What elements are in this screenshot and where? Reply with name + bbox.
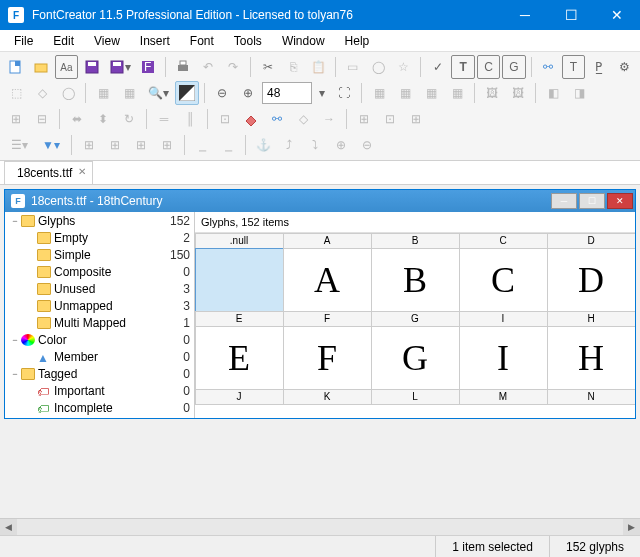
glyph-cell[interactable]: D xyxy=(547,248,636,312)
text-tool[interactable]: T xyxy=(562,55,585,79)
menu-tools[interactable]: Tools xyxy=(224,32,272,50)
merge-tool[interactable]: ⊕ xyxy=(329,133,353,157)
misc6[interactable]: ⊞ xyxy=(404,107,428,131)
contrast-tool[interactable] xyxy=(175,81,199,105)
tree-node[interactable]: Unused3 xyxy=(5,280,194,297)
tree-node[interactable]: Multi Mapped1 xyxy=(5,314,194,331)
align1[interactable]: ⊞ xyxy=(4,107,28,131)
tree-node[interactable]: 🏷Completed0 xyxy=(5,416,194,418)
path1[interactable]: ═ xyxy=(152,107,176,131)
scroll-right-icon[interactable]: ▶ xyxy=(623,519,640,535)
scroll-track[interactable] xyxy=(17,519,623,535)
tree-node[interactable]: ▲Member0 xyxy=(5,348,194,365)
tool-star[interactable]: ☆ xyxy=(392,55,415,79)
menu-file[interactable]: File xyxy=(4,32,43,50)
tool-rect[interactable]: ▭ xyxy=(341,55,364,79)
tree-node[interactable]: −Color0 xyxy=(5,331,194,348)
child-maximize[interactable]: ☐ xyxy=(579,193,605,209)
transform1[interactable]: ⬌ xyxy=(65,107,89,131)
undo-button[interactable]: ↶ xyxy=(196,55,219,79)
export-button[interactable]: F xyxy=(137,55,160,79)
tool-circle[interactable]: ◯ xyxy=(366,55,389,79)
color-tool2[interactable]: ◨ xyxy=(567,81,591,105)
glyph-cell[interactable]: C xyxy=(459,248,548,312)
misc3[interactable]: → xyxy=(317,107,341,131)
select-poly[interactable]: ◇ xyxy=(30,81,54,105)
menu-view[interactable]: View xyxy=(84,32,130,50)
tree-node[interactable]: 🏷Important0 xyxy=(5,382,194,399)
paste-button[interactable]: 📋 xyxy=(307,55,330,79)
chain-tool[interactable]: ⚯ xyxy=(265,107,289,131)
link-button[interactable]: ⚯ xyxy=(537,55,560,79)
tree-node[interactable]: Composite0 xyxy=(5,263,194,280)
transform3[interactable]: ↻ xyxy=(117,107,141,131)
color-tool[interactable]: ◧ xyxy=(541,81,565,105)
maximize-button[interactable]: ☐ xyxy=(548,0,594,30)
zoom-out[interactable]: ⊖ xyxy=(210,81,234,105)
zoom-tool[interactable]: 🔍▾ xyxy=(143,81,173,105)
glyph-cell[interactable]: G xyxy=(371,326,460,390)
layer2[interactable]: ▦ xyxy=(117,81,141,105)
glyph-cell[interactable]: I xyxy=(459,326,548,390)
image-tool[interactable]: 🖼 xyxy=(480,81,504,105)
tree-node[interactable]: 🏷Incomplete0 xyxy=(5,399,194,416)
list-tool[interactable]: ☰▾ xyxy=(4,133,34,157)
align2[interactable]: ⊟ xyxy=(30,107,54,131)
save-as-button[interactable]: ▾ xyxy=(105,55,134,79)
menu-help[interactable]: Help xyxy=(335,32,380,50)
validate-button[interactable]: ✓ xyxy=(426,55,449,79)
new-button[interactable] xyxy=(4,55,27,79)
menu-font[interactable]: Font xyxy=(180,32,224,50)
glyph-cell[interactable]: H xyxy=(547,326,636,390)
zoom-input[interactable] xyxy=(262,82,312,104)
curve1[interactable]: ⤴ xyxy=(277,133,301,157)
tree-node[interactable]: −Tagged0 xyxy=(5,365,194,382)
glyph-cell[interactable]: A xyxy=(283,248,372,312)
test-c-button[interactable]: C xyxy=(477,55,500,79)
copy-button[interactable]: ⎘ xyxy=(281,55,304,79)
redo-button[interactable]: ↷ xyxy=(222,55,245,79)
hscrollbar[interactable]: ◀ ▶ xyxy=(0,518,640,535)
transform2[interactable]: ⬍ xyxy=(91,107,115,131)
misc4[interactable]: ⊞ xyxy=(352,107,376,131)
minimize-button[interactable]: ─ xyxy=(502,0,548,30)
glyph-cell[interactable]: F xyxy=(283,326,372,390)
filter-tool[interactable]: ▼▾ xyxy=(36,133,66,157)
test-t-button[interactable]: T xyxy=(451,55,474,79)
grid3[interactable]: ▦ xyxy=(419,81,443,105)
print-button[interactable] xyxy=(171,55,194,79)
tree-node[interactable]: Empty2 xyxy=(5,229,194,246)
open-button[interactable] xyxy=(29,55,52,79)
close-button[interactable]: ✕ xyxy=(594,0,640,30)
tree-node[interactable]: −Glyphs152 xyxy=(5,212,194,229)
curve2[interactable]: ⤵ xyxy=(303,133,327,157)
menu-edit[interactable]: Edit xyxy=(43,32,84,50)
child-close[interactable]: ✕ xyxy=(607,193,633,209)
misc2[interactable]: ◇ xyxy=(291,107,315,131)
glyph-cell[interactable] xyxy=(195,248,284,312)
select-rect[interactable]: ⬚ xyxy=(4,81,28,105)
glyph-cell[interactable]: E xyxy=(195,326,284,390)
zoom-in[interactable]: ⊕ xyxy=(236,81,260,105)
glyph-cell[interactable]: B xyxy=(371,248,460,312)
font-aa-button[interactable]: Aa xyxy=(55,55,78,79)
save-button[interactable] xyxy=(80,55,103,79)
select-lasso[interactable]: ◯ xyxy=(56,81,80,105)
table3[interactable]: ⊞ xyxy=(129,133,153,157)
child-titlebar[interactable]: F 18cents.ttf - 18thCentury ─ ☐ ✕ xyxy=(5,190,635,212)
misc5[interactable]: ⊡ xyxy=(378,107,402,131)
misc1[interactable]: ⊡ xyxy=(213,107,237,131)
table4[interactable]: ⊞ xyxy=(155,133,179,157)
path2[interactable]: ║ xyxy=(178,107,202,131)
child-minimize[interactable]: ─ xyxy=(551,193,577,209)
file-tab[interactable]: 18cents.ttf ✕ xyxy=(4,161,93,184)
tree-node[interactable]: Unmapped3 xyxy=(5,297,194,314)
tab-close-icon[interactable]: ✕ xyxy=(78,166,86,177)
tree-node[interactable]: Simple150 xyxy=(5,246,194,263)
diff-tool[interactable]: ⊖ xyxy=(355,133,379,157)
settings-button[interactable]: ⚙ xyxy=(613,55,636,79)
menu-insert[interactable]: Insert xyxy=(130,32,180,50)
cut-button[interactable]: ✂ xyxy=(256,55,279,79)
menu-window[interactable]: Window xyxy=(272,32,335,50)
glyph-grid[interactable]: .nullABCD ABCD EFGIH EFGIH JKLMN xyxy=(195,233,635,418)
